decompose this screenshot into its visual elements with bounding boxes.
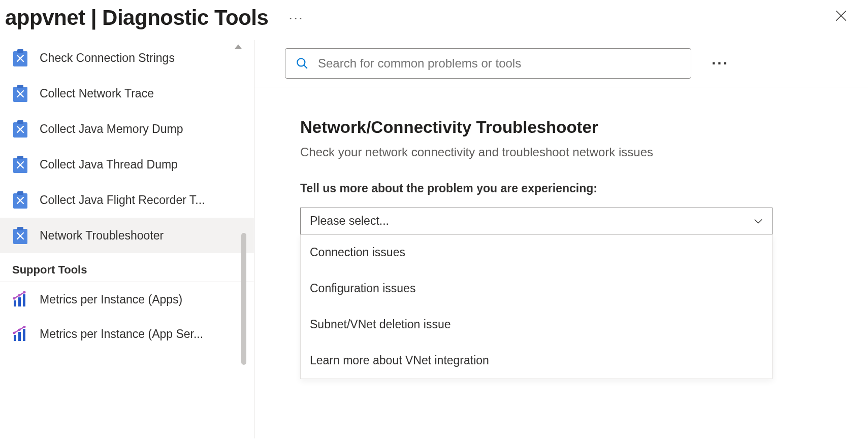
- svg-point-39: [297, 58, 305, 66]
- svg-rect-20: [17, 191, 23, 195]
- svg-point-37: [18, 329, 21, 331]
- sidebar-item-check-connection-strings[interactable]: Check Connection Strings: [0, 40, 254, 76]
- sidebar-scrollbar[interactable]: [241, 233, 246, 365]
- svg-rect-16: [17, 156, 23, 159]
- sidebar-item-collect-java-memory-dump[interactable]: Collect Java Memory Dump: [0, 111, 254, 147]
- sidebar-item-label: Network Troubleshooter: [40, 229, 164, 243]
- svg-point-31: [18, 294, 21, 297]
- option-configuration-issues[interactable]: Configuration issues: [301, 270, 772, 306]
- sidebar-item-label: Collect Java Thread Dump: [40, 158, 178, 172]
- close-button[interactable]: [824, 5, 858, 30]
- sidebar-item-label: Check Connection Strings: [40, 51, 175, 65]
- search-row: ···: [254, 40, 868, 87]
- header-left: appvnet | Diagnostic Tools ···: [5, 6, 309, 30]
- svg-line-40: [304, 65, 307, 69]
- svg-rect-24: [17, 227, 23, 230]
- sidebar-item-label: Metrics per Instance (App Ser...: [40, 327, 203, 341]
- header-more-button[interactable]: ···: [283, 11, 308, 25]
- svg-rect-33: [14, 335, 16, 341]
- main-layout: Check Connection Strings Collect Network…: [0, 40, 868, 438]
- sidebar-item-collect-java-flight-recorder[interactable]: Collect Java Flight Recorder T...: [0, 182, 254, 218]
- clipboard-tools-icon: [12, 227, 28, 244]
- metrics-chart-icon: [12, 291, 28, 308]
- sidebar-section-header: Support Tools: [0, 253, 254, 282]
- svg-rect-34: [18, 332, 21, 341]
- svg-rect-8: [17, 85, 23, 88]
- select-placeholder: Please select...: [310, 214, 389, 228]
- metrics-chart-icon: [12, 326, 28, 342]
- sidebar-item-label: Metrics per Instance (Apps): [40, 293, 182, 306]
- svg-rect-4: [17, 49, 23, 53]
- page-header: appvnet | Diagnostic Tools ···: [0, 0, 868, 40]
- sidebar-item-label: Collect Java Memory Dump: [40, 122, 183, 136]
- scroll-up-icon[interactable]: [234, 43, 243, 52]
- sidebar-item-collect-java-thread-dump[interactable]: Collect Java Thread Dump: [0, 147, 254, 182]
- option-learn-vnet-integration[interactable]: Learn more about VNet integration: [301, 343, 772, 379]
- content-area: Network/Connectivity Troubleshooter Chec…: [254, 87, 868, 409]
- content-description: Check your network connectivity and trou…: [300, 145, 822, 159]
- svg-rect-28: [18, 297, 21, 306]
- svg-rect-29: [23, 294, 25, 306]
- sidebar-item-metrics-app-service[interactable]: Metrics per Instance (App Ser...: [0, 317, 254, 351]
- clipboard-tools-icon: [12, 49, 28, 66]
- sidebar-item-label: Collect Network Trace: [40, 87, 154, 100]
- svg-rect-12: [17, 120, 23, 124]
- problem-select[interactable]: Please select...: [300, 208, 773, 234]
- prompt-label: Tell us more about the problem you are e…: [300, 182, 822, 195]
- problem-dropdown: Connection issues Configuration issues S…: [300, 234, 773, 379]
- clipboard-tools-icon: [12, 191, 28, 209]
- svg-point-30: [13, 297, 16, 300]
- svg-point-36: [13, 332, 16, 334]
- svg-rect-27: [14, 300, 16, 306]
- svg-marker-2: [235, 45, 242, 49]
- sidebar-item-label: Collect Java Flight Recorder T...: [40, 193, 205, 207]
- chevron-down-icon: [754, 218, 763, 224]
- content-title: Network/Connectivity Troubleshooter: [300, 118, 822, 137]
- clipboard-tools-icon: [12, 85, 28, 102]
- clipboard-tools-icon: [12, 120, 28, 138]
- page-title: appvnet | Diagnostic Tools: [5, 6, 268, 30]
- option-connection-issues[interactable]: Connection issues: [301, 234, 772, 270]
- search-box[interactable]: [285, 48, 691, 79]
- svg-rect-35: [23, 329, 25, 341]
- search-more-button[interactable]: ···: [706, 55, 734, 72]
- option-subnet-vnet-deletion[interactable]: Subnet/VNet deletion issue: [301, 306, 772, 343]
- search-icon: [296, 57, 309, 70]
- search-input[interactable]: [318, 56, 681, 71]
- main-panel: ··· Network/Connectivity Troubleshooter …: [254, 40, 868, 438]
- sidebar-item-metrics-apps[interactable]: Metrics per Instance (Apps): [0, 282, 254, 317]
- sidebar-item-collect-network-trace[interactable]: Collect Network Trace: [0, 76, 254, 111]
- sidebar: Check Connection Strings Collect Network…: [0, 40, 254, 438]
- clipboard-tools-icon: [12, 156, 28, 173]
- sidebar-item-network-troubleshooter[interactable]: Network Troubleshooter: [0, 218, 254, 253]
- close-icon: [834, 9, 848, 22]
